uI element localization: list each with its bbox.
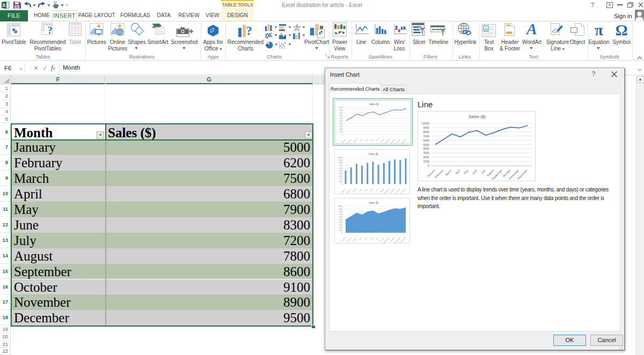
svg-text:February: February (434, 168, 444, 179)
svg-text:6000: 6000 (423, 139, 429, 142)
svg-text:1000: 1000 (340, 131, 343, 133)
svg-text:May: May (364, 188, 368, 191)
svg-text:6000: 6000 (340, 117, 343, 120)
svg-text:December: December (400, 138, 406, 143)
svg-text:X: X (2, 3, 5, 8)
svg-text:February: February (346, 138, 352, 143)
svg-text:4000: 4000 (339, 221, 343, 224)
svg-text:10000: 10000 (338, 157, 342, 159)
svg-text:September: September (383, 237, 390, 243)
svg-text:6000: 6000 (339, 216, 343, 218)
svg-text:June: June (369, 237, 374, 241)
svg-text:2000: 2000 (423, 156, 429, 159)
svg-text:7000: 7000 (339, 165, 343, 167)
svg-text:7000: 7000 (423, 135, 429, 138)
svg-text:3000: 3000 (339, 224, 343, 226)
svg-text:5000: 5000 (340, 120, 343, 122)
svg-text:6000: 6000 (339, 167, 343, 169)
svg-text:3000: 3000 (423, 151, 429, 154)
svg-text:2000: 2000 (339, 178, 343, 180)
svg-text:April: April (358, 237, 362, 241)
svg-text:March: March (444, 168, 452, 176)
svg-text:0: 0 (341, 183, 342, 186)
svg-text:May: May (463, 168, 469, 174)
svg-text:Sales ($): Sales ($) (469, 114, 486, 119)
svg-text:9000: 9000 (423, 126, 429, 129)
svg-text:March: March (353, 237, 357, 242)
svg-text:?: ? (47, 25, 53, 36)
svg-text:February: February (346, 236, 352, 242)
svg-text:0: 0 (341, 232, 342, 234)
svg-text:July: July (375, 188, 379, 191)
svg-text:1000: 1000 (423, 160, 429, 163)
svg-text:4000: 4000 (339, 173, 343, 175)
svg-text:Sales ($): Sales ($) (369, 153, 379, 156)
svg-text:November: November (394, 138, 401, 143)
svg-text:3000: 3000 (339, 175, 343, 178)
svg-text:0: 0 (428, 164, 429, 167)
svg-text:7000: 7000 (340, 115, 343, 117)
svg-text:9000: 9000 (339, 208, 343, 210)
svg-text:4000: 4000 (423, 147, 429, 150)
svg-text:June: June (370, 138, 374, 143)
svg-text:July: July (376, 138, 379, 142)
svg-text:9000: 9000 (339, 159, 343, 161)
svg-text:September: September (383, 138, 390, 143)
svg-text:Sales ($): Sales ($) (369, 103, 379, 106)
svg-text:May: May (364, 236, 368, 240)
svg-text:9000: 9000 (340, 109, 343, 112)
svg-text:10000: 10000 (422, 122, 430, 125)
svg-text:7000: 7000 (339, 213, 343, 216)
svg-text:2000: 2000 (339, 227, 343, 229)
svg-text:2000: 2000 (340, 128, 343, 130)
svg-text:A: A (484, 26, 487, 32)
svg-text:10000: 10000 (339, 107, 343, 109)
svg-text:10000: 10000 (338, 205, 342, 208)
svg-text:March: March (353, 188, 357, 193)
svg-text:June: June (471, 168, 478, 175)
svg-text:0: 0 (342, 134, 343, 136)
svg-text:5000: 5000 (339, 219, 343, 221)
svg-text:April: April (359, 138, 363, 142)
svg-text:May: May (365, 138, 369, 142)
svg-text:December: December (399, 188, 406, 194)
svg-text:March: March (353, 138, 358, 143)
svg-text:4000: 4000 (340, 123, 343, 125)
svg-text:8000: 8000 (339, 162, 343, 164)
svg-text:5000: 5000 (423, 143, 429, 146)
svg-text:1000: 1000 (339, 230, 343, 232)
svg-text:April: April (455, 168, 461, 175)
svg-text:8000: 8000 (423, 130, 429, 134)
svg-text:Sales ($): Sales ($) (369, 202, 379, 204)
svg-text:3000: 3000 (340, 125, 343, 128)
svg-text:8000: 8000 (339, 211, 343, 213)
svg-text:?: ? (246, 25, 252, 38)
svg-text:April: April (358, 188, 362, 192)
svg-text:June: June (369, 188, 374, 193)
svg-text:July: July (480, 168, 486, 174)
svg-text:1000: 1000 (339, 181, 343, 183)
svg-text:December: December (399, 237, 406, 243)
svg-text:5000: 5000 (339, 170, 343, 172)
svg-text:September: September (383, 188, 390, 194)
svg-text:February: February (346, 188, 352, 194)
svg-text:July: July (375, 236, 379, 240)
svg-text:8000: 8000 (340, 112, 343, 114)
